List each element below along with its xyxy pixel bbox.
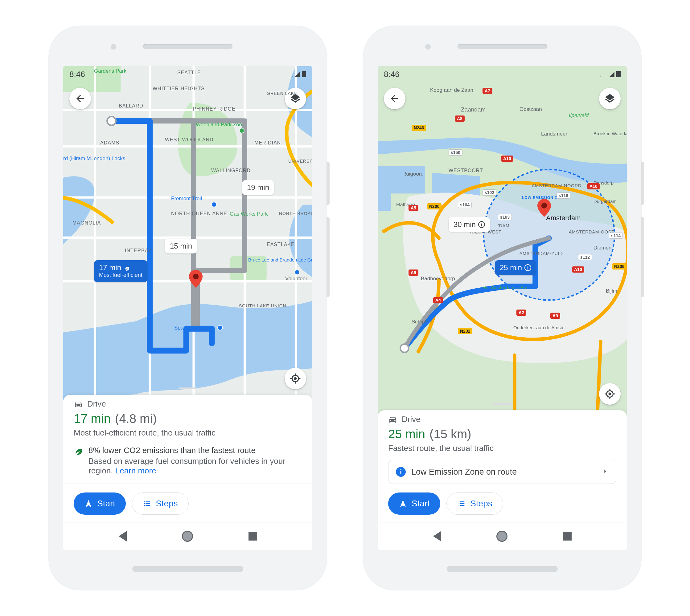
map-svg [378, 66, 627, 417]
map-label: BALLARD [119, 103, 143, 109]
nav-back-icon[interactable] [433, 531, 441, 542]
phone-side-button [327, 162, 330, 205]
poi-icon [239, 128, 245, 133]
poi-icon [217, 325, 223, 330]
back-button[interactable] [69, 88, 91, 109]
steps-button[interactable]: Steps [446, 492, 503, 515]
leaf-icon [124, 265, 130, 271]
divider [63, 484, 312, 484]
route-sheet[interactable]: Drive 25 min (15 km) Fastest route, the … [378, 410, 627, 522]
info-icon: i [396, 467, 406, 477]
svg-point-13 [107, 116, 116, 125]
road-shield: N200 [427, 203, 441, 210]
mode-label: Drive [402, 415, 420, 424]
map-label: GREEN LAKE [267, 91, 297, 96]
navigate-icon [84, 499, 93, 508]
route-badge-primary[interactable]: 17 min Most fuel-efficient [94, 260, 147, 282]
map-label: EASTLAKE [267, 242, 295, 247]
map-label: WHITTIER HEIGHTS [153, 86, 205, 91]
map-label: Diemen [593, 245, 612, 251]
route-time-label: 17 min [99, 263, 121, 272]
map-label: Bruce Lee and Brandon Lee Grave Sites [248, 257, 312, 262]
learn-more-link[interactable]: Learn more [115, 466, 156, 475]
map-label: Landsmeer [541, 131, 567, 137]
map-label: AMSTERDAM-OOST [569, 229, 614, 235]
map-label: Fremont Troll [171, 196, 202, 202]
travel-mode-row: Drive [74, 399, 302, 409]
steps-button[interactable]: Steps [132, 492, 189, 515]
map-label: WEST WOODLAND [165, 137, 214, 142]
nav-recents-icon[interactable] [249, 532, 257, 541]
road-shield: s114 [609, 233, 623, 239]
route-badge-alt[interactable]: 19 min [242, 180, 274, 195]
route-badge-primary[interactable]: 25 min i [495, 260, 536, 275]
road-shield: N232 [458, 328, 472, 334]
steps-icon [143, 499, 151, 508]
road-shield: N246 [412, 125, 426, 131]
nav-home-icon[interactable] [182, 531, 193, 542]
map-label: Het Amsterdamse Bos [482, 285, 520, 290]
destination-pin-icon [189, 269, 203, 288]
map-label: Broek in Waterland [593, 131, 627, 136]
start-button[interactable]: Start [74, 492, 126, 515]
map-label: SOUTH LAKE UNION [239, 303, 287, 308]
my-location-button[interactable] [599, 383, 621, 405]
sheet-handle[interactable] [179, 388, 197, 389]
destination-pin-icon [537, 199, 551, 217]
route-summary: Fastest route, the usual traffic [388, 443, 616, 453]
map-canvas[interactable]: Koog aan de Zaan Zaandam Oostzaan Ilperv… [378, 66, 627, 417]
wifi-icon [600, 72, 607, 77]
route-sheet[interactable]: Drive 17 min (4.8 mi) Most fuel-efficien… [63, 395, 312, 522]
road-shield: A2 [517, 310, 526, 316]
map-label: Gas Works Park [230, 211, 268, 217]
info-icon: i [478, 221, 485, 228]
map-svg [63, 66, 312, 402]
my-location-button[interactable] [285, 368, 306, 389]
navigate-icon [399, 499, 407, 508]
route-badge-alt[interactable]: 15 min [165, 239, 197, 254]
phone-mock-amsterdam: 8:46 [363, 26, 641, 590]
back-button[interactable] [384, 88, 405, 109]
status-bar: 8:46 [378, 66, 627, 82]
phone-speaker-bottom [447, 566, 558, 572]
phone-camera-dot [111, 44, 116, 50]
map-label: AMSTERDAM-NOORD [532, 183, 582, 188]
road-shield: s103 [498, 214, 512, 220]
poi-icon [294, 269, 300, 275]
battery-icon [302, 71, 306, 77]
map-label: MERIDIAN [254, 140, 281, 146]
lez-info-card[interactable]: i Low Emission Zone on route [388, 460, 616, 484]
route-distance: (15 km) [430, 427, 472, 441]
road-shield: A10 [501, 156, 513, 162]
svg-point-23 [541, 203, 547, 208]
nav-recents-icon[interactable] [563, 532, 571, 541]
nav-back-icon[interactable] [119, 531, 127, 542]
wifi-icon [286, 72, 293, 77]
map-label: WALLINGFORD [211, 168, 251, 173]
system-nav-bar [63, 522, 312, 550]
sheet-handle[interactable] [493, 403, 511, 405]
svg-point-16 [193, 274, 198, 279]
svg-point-20 [400, 344, 409, 352]
phone-speaker-bottom [132, 566, 243, 572]
road-shield: s112 [578, 254, 592, 260]
travel-mode-row: Drive [388, 415, 616, 424]
map-label: INTERBAY [125, 248, 152, 254]
start-button[interactable]: Start [388, 492, 440, 515]
route-time: 25 min [388, 427, 425, 441]
map-label: Schiphol [412, 319, 432, 325]
map-label: Volunteer [285, 276, 307, 282]
phone-side-button [641, 162, 644, 205]
nav-home-icon[interactable] [496, 531, 507, 542]
route-badge-alt[interactable]: 30 min i [448, 217, 490, 232]
system-nav-bar [378, 522, 627, 550]
car-icon [388, 415, 397, 424]
svg-point-21 [609, 393, 611, 395]
road-shield: A5 [409, 205, 418, 211]
car-icon [74, 399, 83, 409]
route-time: 17 min [74, 412, 111, 426]
map-label: 'DAM [498, 223, 510, 228]
svg-point-14 [294, 377, 297, 380]
map-canvas[interactable]: SEATTLE Gardens Park WHITTIER HEIGHTS BA… [63, 66, 312, 402]
layers-button[interactable] [599, 88, 621, 109]
